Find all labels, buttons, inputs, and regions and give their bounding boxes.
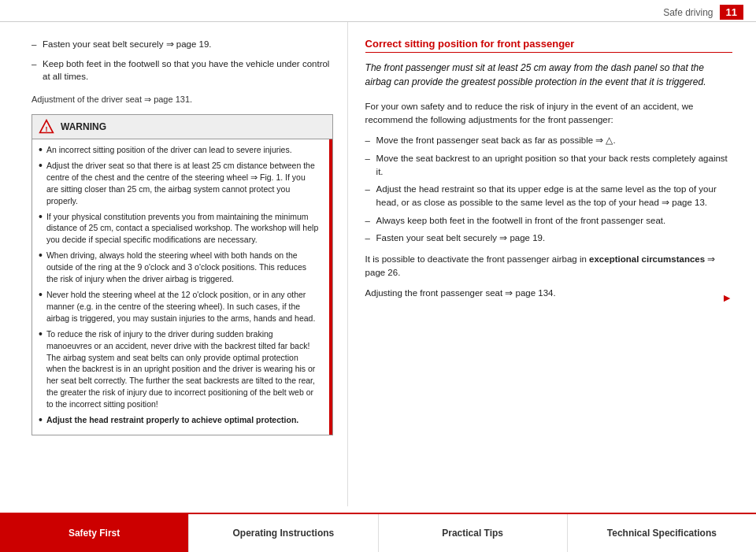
intro-paragraph: For your own safety and to reduce the ri…: [365, 100, 732, 126]
warning-point: • If your physical constitution prevents…: [39, 211, 320, 246]
tab-label: Operating Instructions: [233, 528, 335, 539]
warning-point: • To reduce the risk of injury to the dr…: [39, 328, 320, 410]
bullet-dot: •: [39, 160, 43, 207]
exceptional-text: It is possible to deactivate the front p…: [365, 253, 732, 279]
warning-point: • Never hold the steering wheel at the 1…: [39, 289, 320, 324]
warning-text: An incorrect sitting position of the dri…: [46, 144, 292, 156]
svg-text:!: !: [45, 125, 47, 133]
adjustment-item: Always keep both feet in the footwell in…: [365, 214, 732, 228]
warning-text: Adjust the driver seat so that there is …: [46, 160, 320, 207]
adjustment-item: Move the seat backrest to an upright pos…: [365, 152, 732, 178]
tab-technical-specifications[interactable]: Technical Specifications: [568, 514, 756, 552]
bullet-dot: •: [39, 144, 43, 156]
adjustments-list: Move the front passenger seat back as fa…: [365, 134, 732, 245]
next-arrow-icon: ►: [721, 290, 732, 306]
bullet-dot: •: [39, 328, 43, 410]
warning-triangle-icon: !: [39, 119, 54, 135]
top-header: Safe driving 11: [0, 0, 756, 22]
warning-point: • An incorrect sitting position of the d…: [39, 144, 320, 156]
warning-text: To reduce the risk of injury to the driv…: [46, 328, 320, 410]
tab-safety-first[interactable]: Safety First: [0, 514, 189, 552]
list-item: Fasten your seat belt securely ⇒ page 19…: [32, 38, 333, 51]
adjustment-item: Move the front passenger seat back as fa…: [365, 134, 732, 147]
page-number: 11: [720, 5, 743, 20]
warning-content: • An incorrect sitting position of the d…: [32, 139, 326, 435]
warning-box: ! WARNING • An incorrect sitting positio…: [32, 114, 333, 435]
tab-label: Safety First: [69, 528, 120, 539]
list-item: Keep both feet in the footwell so that y…: [32, 57, 333, 83]
chapter-title: Safe driving: [663, 7, 713, 18]
warning-point: • Adjust the head restraint properly to …: [39, 414, 320, 426]
bullet-dot: •: [39, 250, 43, 285]
warning-text: Adjust the head restraint properly to ac…: [46, 414, 298, 426]
tab-operating-instructions[interactable]: Operating Instructions: [189, 514, 378, 552]
main-content: Fasten your seat belt securely ⇒ page 19…: [0, 22, 756, 506]
warning-point: • Adjust the driver seat so that there i…: [39, 160, 320, 207]
warning-text: When driving, always hold the steering w…: [46, 250, 320, 285]
left-column: Fasten your seat belt securely ⇒ page 19…: [0, 22, 348, 506]
warning-text: If your physical constitution prevents y…: [46, 211, 320, 246]
warning-header: ! WARNING: [32, 115, 332, 139]
tab-label: Technical Specifications: [607, 528, 717, 539]
warning-inner: • An incorrect sitting position of the d…: [32, 139, 332, 435]
italic-intro: The front passenger must sit at least 25…: [365, 61, 732, 89]
tab-label: Practical Tips: [442, 528, 503, 539]
warning-red-bar: [329, 139, 332, 435]
section-title: Correct sitting position for front passe…: [365, 38, 732, 53]
bottom-nav: Safety First Operating Instructions Prac…: [0, 513, 756, 552]
adj-front-text: Adjusting the front passenger seat ⇒ pag…: [365, 287, 732, 300]
adj-front-label: Adjusting the front passenger seat ⇒ pag…: [365, 288, 556, 298]
adjustment-text: Adjustment of the driver seat ⇒ page 131…: [32, 94, 333, 105]
warning-label: WARNING: [61, 121, 106, 132]
bullet-dot: •: [39, 414, 43, 426]
adjustment-item: Fasten your seat belt securely ⇒ page 19…: [365, 232, 732, 245]
warning-text: Never hold the steering wheel at the 12 …: [46, 289, 320, 324]
adjustment-item: Adjust the head restraint so that its up…: [365, 183, 732, 209]
warning-point: • When driving, always hold the steering…: [39, 250, 320, 285]
tab-practical-tips[interactable]: Practical Tips: [379, 514, 568, 552]
bullet-dot: •: [39, 289, 43, 324]
warning-body: • An incorrect sitting position of the d…: [32, 139, 326, 435]
left-bullet-list: Fasten your seat belt securely ⇒ page 19…: [32, 38, 333, 83]
bullet-dot: •: [39, 211, 43, 246]
right-column: Correct sitting position for front passe…: [348, 22, 756, 506]
